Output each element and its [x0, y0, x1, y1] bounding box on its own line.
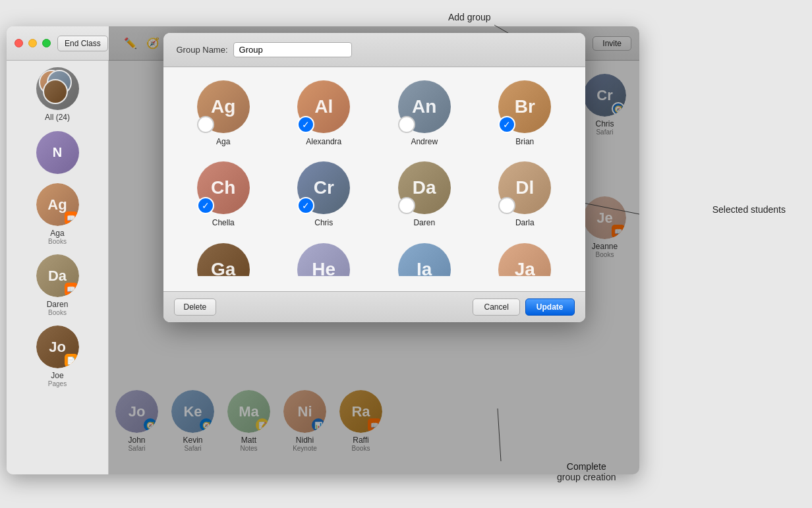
student-card-alexandra[interactable]: Al ✓ Alexandra	[277, 80, 371, 148]
daren-app: Books	[48, 309, 67, 316]
all-group-label: All (24)	[45, 113, 70, 122]
alexandra-modal-name: Alexandra	[306, 137, 341, 146]
footer-actions: Cancel Update	[473, 298, 574, 316]
extra2-modal-avatar: He	[297, 243, 350, 276]
brian-modal-avatar: Br ✓	[498, 80, 551, 133]
delete-button[interactable]: Delete	[174, 298, 217, 316]
modal-header: Group Name:	[163, 33, 585, 67]
sidebar-student-aga[interactable]: Ag 📖 Aga Books	[12, 183, 103, 245]
close-button[interactable]	[14, 39, 23, 47]
modal-overlay: Group Name: Ag Aga	[109, 26, 639, 474]
aga-modal-avatar: Ag	[197, 80, 250, 133]
student-card-chella[interactable]: Ch ✓ Chella	[177, 161, 271, 229]
daren-select-indicator	[398, 197, 415, 214]
extra4-modal-circle: Ja	[498, 243, 551, 276]
modal-footer: Delete Cancel Update	[163, 291, 585, 322]
extra4-modal-avatar: Ja	[498, 243, 551, 276]
chris-modal-avatar: Cr ✓	[297, 161, 350, 214]
daren-avatar: Da 📖	[36, 254, 79, 297]
daren-name: Daren	[47, 300, 69, 309]
joe-app: Pages	[48, 380, 67, 387]
aga-app-badge: 📖	[65, 212, 78, 225]
main-window: End Class ✏️ 🧭 🖥 🔬 Students Screens Scie…	[7, 26, 639, 474]
aga-modal-name: Aga	[216, 137, 230, 146]
sidebar-student-daren[interactable]: Da 📖 Daren Books	[12, 254, 103, 316]
student-card-extra4[interactable]: Ja	[478, 243, 572, 276]
aga-select-indicator	[197, 116, 214, 133]
group-name-input[interactable]	[233, 42, 352, 57]
andrew-modal-avatar: An	[398, 80, 451, 133]
student-grid: Ag Aga Al ✓ Alexandra	[163, 67, 585, 291]
chris-modal-name: Chris	[314, 218, 333, 227]
darla-modal-avatar: Dl	[498, 161, 551, 214]
sidebar-student-joe[interactable]: Jo 📄 Joe Pages	[12, 325, 103, 387]
extra2-modal-circle: He	[297, 243, 350, 276]
alexandra-modal-avatar: Al ✓	[297, 80, 350, 133]
student-card-darla[interactable]: Dl Darla	[478, 161, 572, 229]
group2-avatar: N	[36, 131, 79, 174]
student-card-extra2[interactable]: He	[277, 243, 371, 276]
andrew-modal-name: Andrew	[411, 137, 438, 146]
extra1-modal-face: Ga	[197, 243, 250, 276]
aga-app: Books	[48, 238, 67, 245]
extra2-modal-face: He	[297, 243, 350, 276]
student-card-extra3[interactable]: Ia	[378, 243, 472, 276]
andrew-select-indicator	[398, 116, 415, 133]
edit-group-modal: Group Name: Ag Aga	[163, 33, 585, 322]
darla-modal-name: Darla	[515, 218, 535, 227]
cancel-button[interactable]: Cancel	[473, 298, 519, 316]
all-avatar	[36, 67, 79, 110]
add-group-annotation: Add group	[448, 12, 491, 22]
aga-name: Aga	[50, 229, 64, 238]
student-card-andrew[interactable]: An Andrew	[378, 80, 472, 148]
minimize-button[interactable]	[28, 39, 37, 47]
selected-students-annotation: Selected students	[712, 204, 786, 215]
daren-app-badge: 📖	[65, 283, 78, 296]
chris-select-indicator: ✓	[297, 197, 314, 214]
sidebar: All (24) N Ag 📖 Aga Books Da	[7, 61, 109, 474]
end-class-button[interactable]: End Class	[57, 36, 108, 51]
maximize-button[interactable]	[42, 39, 51, 47]
traffic-lights	[14, 39, 51, 47]
update-button[interactable]: Update	[525, 298, 575, 316]
extra4-modal-face: Ja	[498, 243, 551, 276]
student-card-daren[interactable]: Da Daren	[378, 161, 472, 229]
sidebar-item-all[interactable]: All (24)	[12, 67, 103, 122]
brian-modal-name: Brian	[515, 137, 534, 146]
daren-modal-name: Daren	[413, 218, 435, 227]
joe-avatar: Jo 📄	[36, 325, 79, 368]
chella-modal-avatar: Ch ✓	[197, 161, 250, 214]
group-name-label: Group Name:	[177, 45, 228, 55]
aga-avatar: Ag 📖	[36, 183, 79, 226]
main-content: All (24) N Ag 📖 Aga Books Da	[7, 61, 639, 474]
student-card-brian[interactable]: Br ✓ Brian	[478, 80, 572, 148]
chella-modal-name: Chella	[212, 218, 235, 227]
sidebar-item-group2[interactable]: N	[12, 131, 103, 174]
student-card-aga[interactable]: Ag Aga	[177, 80, 271, 148]
joe-name: Joe	[51, 371, 63, 380]
darla-select-indicator	[498, 197, 515, 214]
extra1-modal-avatar: Ga	[197, 243, 250, 276]
student-card-chris[interactable]: Cr ✓ Chris	[277, 161, 371, 229]
extra3-modal-face: Ia	[398, 243, 451, 276]
extra1-modal-circle: Ga	[197, 243, 250, 276]
extra3-modal-circle: Ia	[398, 243, 451, 276]
chella-select-indicator: ✓	[197, 197, 214, 214]
joe-app-badge: 📄	[65, 354, 78, 367]
daren-modal-avatar: Da	[398, 161, 451, 214]
student-card-extra1[interactable]: Ga	[177, 243, 271, 276]
extra3-modal-avatar: Ia	[398, 243, 451, 276]
